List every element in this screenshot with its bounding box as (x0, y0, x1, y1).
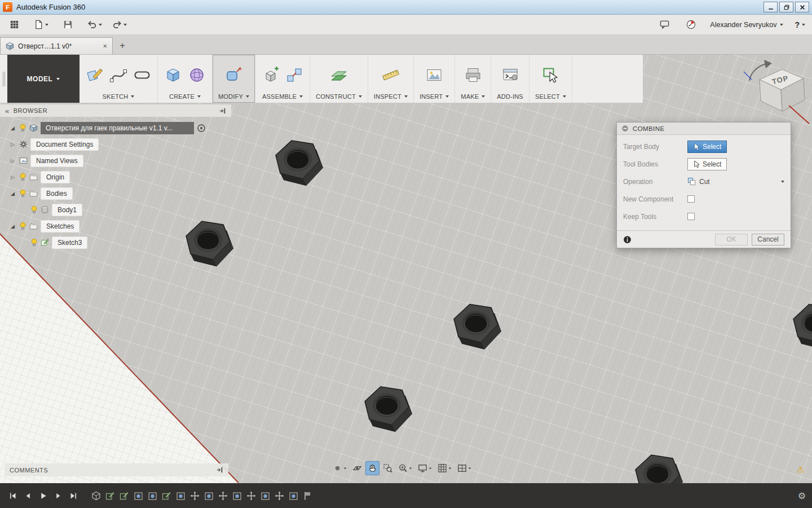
keep-tools-checkbox[interactable] (687, 213, 695, 220)
activate-component-icon[interactable] (197, 124, 206, 133)
box-button[interactable] (164, 65, 183, 85)
combine-dialog-header[interactable]: COMBINE (617, 122, 791, 135)
timeline-feature-move[interactable] (275, 491, 284, 501)
tree-item-origin[interactable]: ▷Origin (0, 169, 231, 185)
timeline-skip-end-button[interactable] (67, 489, 80, 502)
info-icon[interactable] (623, 235, 632, 244)
timeline-feature-sketch[interactable] (162, 491, 171, 501)
collapse-panel-icon[interactable]: « (5, 107, 10, 115)
ribbon-tab-assemble[interactable]: ASSEMBLE (262, 91, 303, 101)
redo-button[interactable] (109, 17, 130, 32)
panel-grip[interactable] (0, 55, 7, 103)
orbit-button[interactable] (330, 461, 349, 475)
tab-close-button[interactable]: × (103, 42, 107, 50)
timeline-step-back-button[interactable] (21, 489, 34, 502)
collapsed-expander-icon[interactable]: ▷ (9, 142, 16, 147)
display-settings-button[interactable] (416, 461, 434, 475)
zoom-window-button[interactable] (381, 461, 395, 475)
tree-item-label[interactable]: Bodies (41, 187, 73, 200)
browser-header[interactable]: « BROWSER (0, 104, 231, 117)
expanded-expander-icon[interactable]: ◢ (9, 125, 16, 131)
timeline-feature-move[interactable] (218, 491, 228, 501)
tree-item-sketch3[interactable]: Sketch3 (0, 234, 231, 251)
workspace-selector[interactable]: MODEL (7, 55, 80, 103)
file-menu-button[interactable] (31, 17, 51, 32)
grid-button[interactable] (435, 461, 454, 475)
ok-button[interactable]: OK (715, 234, 748, 246)
timeline-feature-feature[interactable] (289, 491, 298, 501)
ribbon-tab-insert[interactable]: INSERT (420, 91, 449, 101)
operation-row[interactable]: Operation Cut (617, 173, 791, 190)
hex-nut-body[interactable] (785, 300, 812, 354)
expanded-expander-icon[interactable]: ◢ (9, 191, 16, 196)
bulb-icon[interactable] (19, 173, 27, 181)
document-tab[interactable]: Отверст…1.1 v0* × (0, 37, 113, 54)
tree-item-label[interactable]: Sketches (41, 220, 80, 233)
timeline-play-button[interactable] (36, 489, 50, 502)
tree-item-label[interactable]: Origin (41, 171, 70, 183)
hex-nut-body[interactable] (268, 136, 331, 190)
view-cube[interactable]: TOP (740, 57, 812, 125)
press-pull-button[interactable] (224, 65, 243, 85)
timeline-feature-move[interactable] (190, 491, 200, 501)
measure-button[interactable] (381, 65, 400, 85)
timeline-feature-feature[interactable] (232, 491, 242, 501)
tree-item-body1[interactable]: Body1 (0, 202, 231, 218)
palette-snap-icon[interactable] (621, 125, 629, 132)
undo-button[interactable] (85, 17, 105, 32)
tree-item-named-views[interactable]: ▷Named Views (0, 152, 231, 169)
ribbon-tab-modify[interactable]: MODIFY (218, 91, 249, 101)
user-account-menu[interactable]: Alexander Sevryukov (710, 21, 783, 29)
expanded-expander-icon[interactable]: ◢ (9, 224, 16, 229)
save-button[interactable] (60, 17, 76, 32)
ribbon-tab-construct[interactable]: CONSTRUCT (316, 91, 362, 101)
bulb-icon[interactable] (19, 124, 27, 132)
panel-expand-icon[interactable] (219, 107, 226, 115)
tool-bodies-select-button[interactable]: Select (687, 158, 727, 170)
warning-icon[interactable]: ⚠ (797, 465, 804, 475)
timeline-feature-feature[interactable] (176, 491, 186, 501)
insert-image-button[interactable] (425, 65, 444, 85)
app-grid-button[interactable] (7, 17, 22, 32)
tree-item-label[interactable]: Named Views (30, 155, 83, 167)
tree-item-document-settings[interactable]: ▷Document Settings (0, 136, 231, 152)
help-menu[interactable]: ? (795, 20, 805, 29)
tree-item-label[interactable]: Body1 (52, 204, 82, 216)
timeline-feature-feature[interactable] (148, 491, 157, 501)
ribbon-tab-inspect[interactable]: INSPECT (374, 91, 408, 101)
bulb-icon[interactable] (19, 189, 27, 198)
tree-item-label[interactable]: Document Settings (30, 138, 99, 151)
ribbon-tab-select[interactable]: SELECT (535, 91, 566, 101)
timeline-skip-start-button[interactable] (6, 489, 19, 502)
bulb-icon[interactable] (30, 238, 38, 247)
job-status-button[interactable] (683, 17, 699, 32)
select-button[interactable] (541, 65, 560, 85)
ribbon-tab-create[interactable]: CREATE (169, 91, 201, 101)
minimize-button[interactable] (764, 2, 778, 12)
ribbon-tab-make[interactable]: MAKE (461, 91, 485, 101)
joint-button[interactable] (285, 65, 304, 85)
construct-plane-button[interactable] (329, 65, 348, 85)
timeline-feature-box[interactable] (91, 491, 101, 501)
comments-panel[interactable]: COMMENTS (5, 463, 228, 476)
tree-item-label[interactable]: Sketch3 (52, 237, 87, 249)
viewport-canvas[interactable]: MODEL SKETCHCREATEMODIFYASSEMBLECONSTRUC… (0, 55, 812, 483)
operation-dropdown[interactable]: Cut (687, 177, 781, 186)
tree-root-item[interactable]: ◢ Отверстия для гаек правильные v1.1 v..… (0, 120, 231, 136)
comments-button[interactable] (657, 17, 672, 32)
viewports-button[interactable] (455, 461, 474, 475)
root-document-label[interactable]: Отверстия для гаек правильные v1.1 v... (41, 122, 194, 134)
hex-nut-body[interactable] (446, 300, 509, 354)
form-button[interactable] (187, 65, 206, 85)
close-button[interactable] (795, 2, 809, 12)
make-button[interactable] (464, 65, 483, 85)
restore-button[interactable] (779, 2, 793, 12)
collapsed-expander-icon[interactable]: ▷ (9, 174, 16, 180)
panel-expand-icon[interactable] (216, 466, 223, 474)
target-body-select-button[interactable]: Select (687, 141, 727, 153)
timeline-feature-marker[interactable] (303, 491, 312, 501)
timeline-feature-feature[interactable] (261, 491, 270, 501)
pan-button[interactable] (365, 461, 379, 475)
slot-button[interactable] (133, 65, 152, 85)
hex-nut-body[interactable] (357, 382, 420, 436)
